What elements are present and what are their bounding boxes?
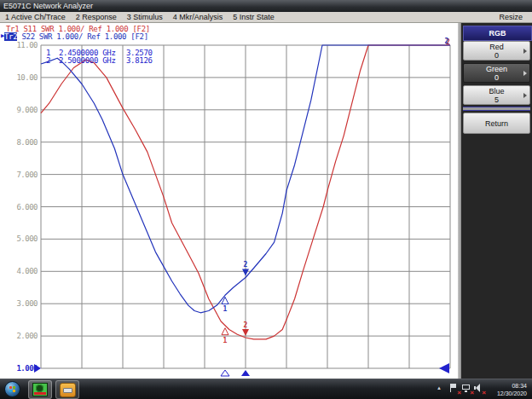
softkey-value: 0 (464, 51, 529, 60)
menu-item-3[interactable]: 3 Stimulus (122, 13, 168, 21)
hidden-icons-arrow[interactable]: ▲ (437, 385, 442, 390)
y-axis-label-8.000: 8.000 (0, 138, 38, 147)
trace2-status-row[interactable]: ▶Tr2 S22 SWR 1.000/ Ref 1.000 [F2] (1, 32, 148, 40)
network-analyzer-app-icon (32, 383, 48, 396)
softkey-scrollbar[interactable] (458, 23, 461, 379)
start-button[interactable] (4, 381, 20, 397)
menu-bar: 1 Active Ch/Trace2 Response3 Stimulus4 M… (0, 12, 532, 23)
y-axis-label-1.000: 1.000 (0, 364, 38, 373)
softkey-panel: RGB Red0Green0Blue5 Return (458, 23, 532, 379)
softkey-menu-title: RGB (463, 26, 532, 41)
y-axis-label-10.00: 10.00 (0, 73, 38, 82)
instrument-screen (0, 23, 458, 379)
marker2-number: 2 (46, 56, 50, 65)
trace2-id: Tr2 (4, 32, 17, 41)
softkey-green-button[interactable]: Green0 (463, 63, 530, 83)
trace2-params: S22 SWR 1.000/ Ref 1.000 [F2] (17, 32, 148, 41)
flag-alert-icon[interactable]: × (449, 384, 460, 396)
y-axis-label-11.00: 11.00 (0, 41, 38, 49)
y-axis-label-5.000: 5.000 (0, 234, 38, 243)
softkey-label: Blue (464, 87, 529, 95)
softkey-divider (463, 107, 530, 111)
marker-readout-1: 1 2.4500000 GHz 3.2570 (0, 49, 458, 55)
y-axis-label-9.000: 9.000 (0, 106, 38, 114)
removable-drive-app-icon (60, 383, 76, 397)
taskbar-app-removable-drive[interactable] (55, 380, 79, 399)
clock-time: 08:34 (483, 382, 527, 390)
chevron-right-icon (523, 93, 527, 98)
marker2-value: 3.8126 (126, 56, 153, 65)
menu-item-2[interactable]: 2 Response (71, 13, 122, 21)
softkey-blue-button[interactable]: Blue5 (463, 85, 530, 105)
menu-item-resize[interactable]: Resize (494, 12, 528, 23)
y-axis-label-7.000: 7.000 (0, 171, 38, 179)
window-title: E5071C Network Analyzer (3, 2, 93, 10)
softkey-value: 0 (464, 73, 529, 82)
softkey-label: Red (464, 43, 529, 51)
windows-flag-icon (9, 386, 12, 389)
taskbar: ▲ × × × 08:34 12/30/2020 (0, 379, 532, 399)
chevron-right-icon (523, 49, 527, 54)
menu-item-5[interactable]: 5 Instr State (228, 13, 280, 21)
menu-item-1[interactable]: 1 Active Ch/Trace (0, 13, 71, 21)
softkey-red-button[interactable]: Red0 (463, 41, 530, 61)
marker-readout-2: 2 2.5000000 GHz 3.8126 (0, 56, 458, 63)
menu-item-4[interactable]: 4 Mkr/Analysis (168, 13, 228, 21)
window-titlebar[interactable]: E5071C Network Analyzer (0, 0, 532, 12)
return-button[interactable]: Return (463, 113, 530, 134)
clock[interactable]: 08:34 12/30/2020 (483, 382, 527, 397)
marker2-frequency: 2.5000000 GHz (59, 56, 116, 65)
clock-date: 12/30/2020 (483, 390, 527, 397)
y-axis-label-4.000: 4.000 (0, 267, 38, 275)
softkey-value: 5 (464, 95, 529, 104)
y-axis-label-2.000: 2.000 (0, 332, 38, 340)
network-status-icon[interactable]: × (462, 384, 472, 396)
y-axis-label-6.000: 6.000 (0, 203, 38, 211)
chevron-right-icon (523, 71, 527, 76)
y-axis-label-3.000: 3.000 (0, 299, 38, 308)
taskbar-app-network-analyzer[interactable] (28, 380, 52, 399)
softkey-label: Green (464, 65, 529, 73)
